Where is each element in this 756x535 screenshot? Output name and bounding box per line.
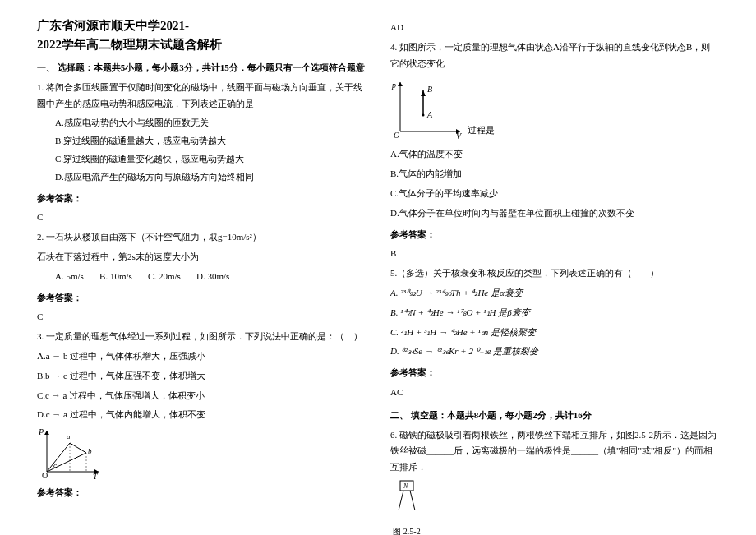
svg-text:b: b: [88, 447, 92, 455]
q6-text: 6. 磁铁的磁极吸引着两根铁丝，两根铁丝下端相互排斥，如图2.5-2所示．这是因…: [390, 427, 719, 476]
q2-answer: C: [37, 309, 366, 325]
q3-graph: P T O a b c: [37, 427, 366, 480]
q3-option-b: B.b → c 过程中，气体压强不变，体积增大: [37, 368, 366, 385]
q2-option-b: B. 10m/s: [99, 269, 132, 285]
q4-option-a: A.气体的温度不变: [390, 146, 719, 163]
q4-option-d: D.气体分子在单位时间内与器壁在单位面积上碰撞的次数不变: [390, 205, 719, 222]
q1-option-a: A.感应电动势的大小与线圈的匝数无关: [55, 115, 366, 131]
q2-answer-label: 参考答案：: [37, 290, 366, 307]
q5-answer: AC: [390, 385, 719, 401]
svg-line-30: [410, 491, 415, 510]
svg-text:P: P: [38, 427, 44, 436]
q1-text: 1. 将闭合多匝线圈置于仅随时间变化的磁场中，线圈平面与磁场方向垂直，关于线圈中…: [37, 80, 366, 113]
section1-header: 一、 选择题：本题共5小题，每小题3分，共计15分．每小题只有一个选项符合题意: [37, 60, 366, 76]
q3-option-c: C.c → a 过程中，气体压强增大，体积变小: [37, 388, 366, 404]
svg-text:p: p: [391, 81, 396, 90]
title-2: 2022学年高二物理期末试题含解析: [37, 38, 222, 51]
svg-text:c: c: [53, 461, 57, 469]
q2-option-a: A. 5m/s: [55, 269, 84, 285]
svg-line-29: [399, 491, 403, 510]
q1-option-c: C.穿过线圈的磁通量变化越快，感应电动势越大: [55, 151, 366, 168]
svg-text:B: B: [427, 85, 432, 94]
q2-text1: 2. 一石块从楼顶自由落下（不计空气阻力，取g=10m/s²）: [37, 229, 366, 246]
svg-text:N: N: [403, 482, 408, 490]
q5-option-a: A. ²³⁸₉₂U → ²³⁴₉₀Th + ⁴₂He 是α衰变: [390, 285, 719, 302]
svg-marker-18: [398, 82, 403, 86]
q4-option-b: B.气体的内能增加: [390, 166, 719, 182]
q1-option-d: D.感应电流产生的磁场方向与原磁场方向始终相同: [55, 169, 366, 186]
q4-option-c: C.气体分子的平均速率减少: [390, 186, 719, 202]
q3-option-d: D.c → a 过程中，气体内能增大，体积不变: [37, 407, 366, 423]
svg-point-24: [422, 114, 425, 117]
doc-title: 广东省河源市顺天中学2021- 2022学年高二物理期末试题含解析: [37, 16, 366, 53]
q3-answer: AD: [390, 20, 719, 36]
q2-text2: 石块在下落过程中，第2s末的速度大小为: [37, 249, 366, 265]
q3-answer-label: 参考答案：: [37, 485, 366, 501]
fig25-label: 图 2.5-2: [390, 524, 423, 535]
q4-text2: 过程是: [468, 122, 495, 139]
q2-option-d: D. 30m/s: [196, 269, 229, 285]
q4-answer-label: 参考答案：: [390, 227, 719, 243]
q5-option-c: C. ²₁H + ³₁H → ⁴₂He + ¹₀n 是轻核聚变: [390, 325, 719, 341]
q5-option-d: D. ⁸²₃₄Se → ⁸²₃₆Kr + 2 ⁰₋₁e 是重核裂变: [390, 344, 719, 360]
svg-marker-23: [421, 90, 426, 96]
q6-figure: N 图 2.5-2: [390, 479, 423, 535]
section2-header: 二、 填空题：本题共8小题，每小题2分，共计16分: [390, 408, 719, 424]
q5-text: 5.（多选）关于核衰变和核反应的类型，下列表述正确的有（ ）: [390, 265, 719, 282]
svg-text:A: A: [426, 110, 433, 119]
svg-line-7: [47, 443, 70, 472]
q5-answer-label: 参考答案：: [390, 365, 719, 381]
svg-marker-3: [44, 431, 49, 435]
svg-text:T: T: [93, 472, 99, 480]
right-column: AD 4. 如图所示，一定质量的理想气体由状态A沿平行于纵轴的直线变化到状态B，…: [378, 16, 731, 519]
title-1: 广东省河源市顺天中学2021-: [37, 19, 189, 32]
q2-option-c: C. 20m/s: [148, 269, 181, 285]
q5-option-b: B. ¹⁴₇N + ⁴₂He → ¹⁷₈O + ¹₁H 是β衰变: [390, 305, 719, 321]
q3-text: 3. 一定质量的理想气体经过一系列过程，如图所示．下列说法中正确的是：（ ）: [37, 329, 366, 345]
q1-answer: C: [37, 210, 366, 226]
svg-text:O: O: [42, 471, 48, 480]
q1-answer-label: 参考答案：: [37, 191, 366, 207]
svg-text:O: O: [394, 131, 399, 140]
left-column: 广东省河源市顺天中学2021- 2022学年高二物理期末试题含解析 一、 选择题…: [25, 16, 378, 519]
svg-line-9: [70, 443, 86, 453]
q4-graph: p V O A B: [390, 78, 464, 140]
svg-text:V: V: [456, 131, 463, 140]
q1-option-b: B.穿过线圈的磁通量越大，感应电动势越大: [55, 133, 366, 150]
svg-text:a: a: [67, 432, 71, 440]
q3-option-a: A.a → b 过程中，气体体积增大，压强减小: [37, 348, 366, 365]
q4-text1: 4. 如图所示，一定质量的理想气体由状态A沿平行于纵轴的直线变化到状态B，则它的…: [390, 39, 719, 72]
q4-answer: B: [390, 246, 719, 262]
